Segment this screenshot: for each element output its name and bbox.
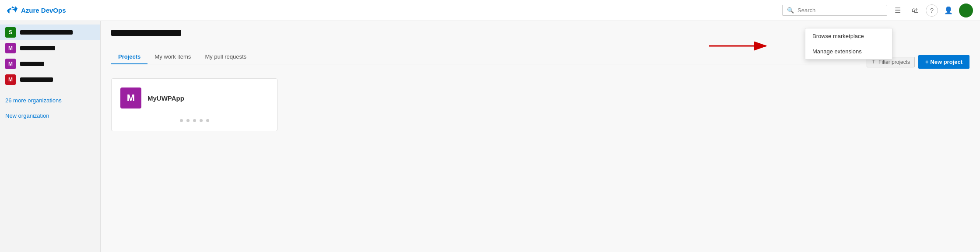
dot-5 <box>206 119 209 122</box>
sidebar-item-org1[interactable]: S <box>0 24 100 40</box>
project-avatar-myuwpapp: M <box>120 88 141 108</box>
topnav: Azure DevOps 🔍 ☰ 🛍 ? 👤 <box>0 0 980 21</box>
search-icon: 🔍 <box>787 7 794 14</box>
dot-2 <box>186 119 190 122</box>
search-input[interactable] <box>797 7 882 14</box>
brand[interactable]: Azure DevOps <box>7 5 66 16</box>
dot-1 <box>180 119 183 122</box>
sidebar: S M M M 26 more organizations New organi… <box>0 21 101 252</box>
org-avatar-2: M <box>5 43 16 53</box>
user-icon[interactable]: 👤 <box>941 4 955 18</box>
card-pagination-dots <box>180 119 209 122</box>
brand-name: Azure DevOps <box>21 7 66 14</box>
org-name-4 <box>20 77 53 82</box>
projects-grid: M MyUWPApp <box>111 78 969 131</box>
sidebar-item-org2[interactable]: M <box>0 40 100 56</box>
tab-work-items[interactable]: My work items <box>148 50 198 64</box>
tab-projects[interactable]: Projects <box>111 50 148 64</box>
topnav-right: 🔍 ☰ 🛍 ? 👤 <box>782 4 973 18</box>
org-avatar-1: S <box>5 27 16 38</box>
marketplace-icon[interactable]: 🛍 <box>908 4 922 18</box>
new-project-button[interactable]: + New project <box>918 55 969 69</box>
org-avatar-3: M <box>5 59 16 69</box>
project-name-myuwpapp: MyUWPApp <box>148 94 184 102</box>
new-org-link[interactable]: New organization <box>0 110 100 122</box>
sidebar-item-org4[interactable]: M <box>0 72 100 88</box>
extensions-dropdown: Browse marketplace Manage extensions <box>805 28 892 60</box>
tabs: Projects My work items My pull requests <box>111 50 860 64</box>
project-card-myuwpapp[interactable]: M MyUWPApp <box>111 78 277 131</box>
project-card-top: M MyUWPApp <box>120 88 268 108</box>
dot-4 <box>200 119 203 122</box>
org-name-2 <box>20 46 55 50</box>
browse-marketplace-item[interactable]: Browse marketplace <box>805 28 892 44</box>
org-name-3 <box>20 62 44 66</box>
org-name-1 <box>20 30 73 35</box>
org-avatar-4: M <box>5 74 16 85</box>
azure-devops-icon <box>7 5 18 16</box>
settings-icon[interactable]: ☰ <box>891 4 905 18</box>
filter-icon: ⊤ <box>871 59 876 65</box>
org-header-name <box>111 30 181 36</box>
more-orgs-link[interactable]: 26 more organizations <box>0 94 100 106</box>
help-icon[interactable]: ? <box>926 4 938 17</box>
filter-label: Filter projects <box>878 59 910 65</box>
user-avatar[interactable] <box>959 4 973 18</box>
manage-extensions-item[interactable]: Manage extensions <box>805 44 892 59</box>
sidebar-item-org3[interactable]: M <box>0 56 100 72</box>
dot-3 <box>193 119 196 122</box>
tab-pull-requests[interactable]: My pull requests <box>198 50 253 64</box>
search-box[interactable]: 🔍 <box>782 5 887 16</box>
